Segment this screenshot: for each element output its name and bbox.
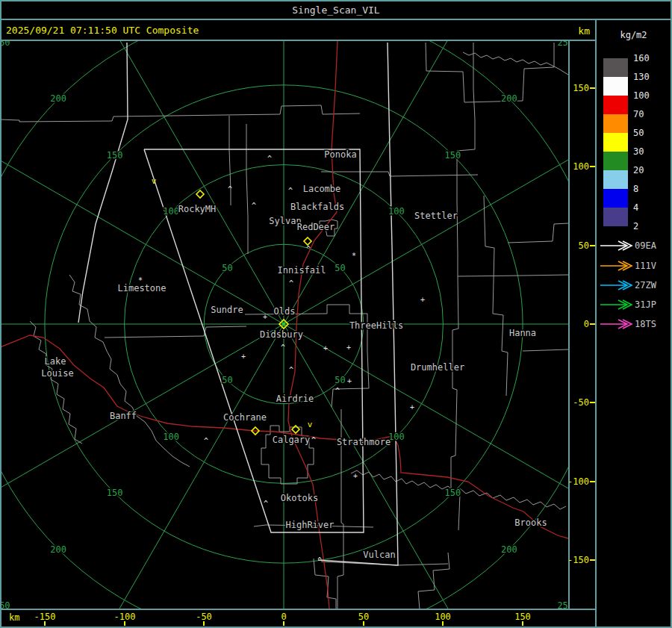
right-axis-tick: [590, 559, 595, 561]
place-label: HighRiver: [285, 520, 334, 530]
map-bottom-border: [0, 609, 597, 610]
ring-distance-label: 250: [1, 600, 10, 609]
radar-app-window: Single_Scan_VIL 2025/09/21 07:11:50 UTC …: [0, 0, 672, 628]
place-label: Innisfail: [277, 265, 326, 276]
place-label: Calgary: [273, 435, 311, 445]
colorbar-swatch: [603, 152, 628, 170]
right-axis-tick: [590, 245, 595, 246]
place-label: Didsbury: [260, 329, 303, 340]
titlebar-divider: [0, 19, 672, 20]
azimuth-spoke: [284, 41, 508, 324]
bottom-axis-tick: [522, 621, 523, 626]
place-label: Vulcan: [363, 550, 395, 560]
town-marker: ^: [204, 437, 208, 445]
county-boundary: [523, 349, 568, 351]
place-label: Limestone: [117, 283, 166, 293]
ring-distance-label: 200: [501, 93, 517, 104]
colorbar-value-label: 2: [633, 222, 669, 231]
bottom-axis-tick: [124, 621, 125, 626]
right-axis-tick: [590, 166, 595, 167]
ring-distance-label: 200: [50, 93, 66, 104]
colorbar-value-label: 100: [633, 91, 669, 100]
place-label: Strathmore: [337, 437, 391, 447]
town-marker: +: [420, 296, 425, 304]
scan-area-outline: [78, 43, 128, 323]
town-marker: ^: [317, 556, 322, 565]
azimuth-spoke: [60, 41, 284, 324]
place-label: Banff: [110, 411, 137, 421]
storm-track-arrow: [599, 279, 633, 291]
town-marker: ^: [267, 155, 272, 163]
place-label: RedDeer: [297, 222, 335, 232]
right-axis-tick: [590, 481, 595, 482]
town-marker: +: [323, 344, 328, 352]
county-boundary: [458, 275, 568, 276]
storm-track-arrow: [599, 240, 633, 252]
town-marker: ^: [264, 500, 268, 508]
ring-distance-label: 150: [107, 488, 123, 498]
bottom-axis-tick-label: 150: [500, 612, 545, 621]
bottom-axis-tick-label: -150: [22, 612, 67, 621]
bottom-axis-tick-label: 0: [261, 612, 306, 621]
ring-distance-label: 50: [335, 375, 345, 385]
place-label: RockyMH: [178, 204, 217, 214]
place-label: Okotoks: [281, 493, 319, 503]
ring-distance-label: 150: [107, 150, 123, 161]
bottom-axis-tick-label: -50: [181, 612, 226, 621]
county-boundary: [19, 105, 360, 122]
colorbar-value-label: 8: [633, 184, 669, 193]
place-label: Airdrie: [276, 394, 314, 404]
county-boundary: [426, 43, 554, 102]
colorbar-swatch: [603, 170, 628, 189]
ring-distance-label: 150: [444, 150, 461, 161]
radar-map-display[interactable]: 5050505010010010010015015015015020020020…: [1, 41, 568, 609]
ring-distance-label: 100: [163, 432, 179, 442]
place-label: Ponoka: [324, 149, 356, 160]
ring-distance-label: 200: [501, 544, 517, 555]
window-title: Single_Scan_VIL: [0, 4, 672, 16]
ring-distance-label: 100: [388, 206, 405, 217]
town-marker: ^: [335, 387, 340, 395]
ring-distance-label: 250: [1, 41, 10, 48]
town-marker: ^: [289, 366, 293, 374]
place-label: Louise: [41, 368, 73, 379]
county-boundary: [30, 321, 82, 444]
place-label: Sundre: [211, 305, 243, 315]
bottom-axis-unit-label: km: [9, 612, 19, 623]
colorbar-value-label: 4: [633, 203, 669, 212]
frame-top-border: [0, 0, 672, 1]
town-marker: ^: [281, 343, 285, 352]
scan-area-outline: [318, 43, 398, 565]
county-boundary: [105, 326, 246, 338]
bottom-axis-tick-label: 100: [420, 612, 465, 621]
bottom-axis-tick-label: 50: [341, 612, 386, 621]
county-boundary: [463, 52, 568, 75]
colorbar-swatch: [603, 208, 628, 226]
colorbar-value-label: 50: [633, 128, 669, 137]
county-boundary: [418, 553, 449, 609]
colorbar-value-label: 130: [633, 72, 669, 81]
ring-distance-label: 250: [557, 600, 568, 609]
legend-panel-border: [595, 19, 597, 628]
storm-track-id-label: 27ZW: [635, 280, 671, 290]
ring-distance-label: 250: [557, 41, 568, 48]
colorbar-swatch: [603, 77, 628, 96]
county-boundary: [484, 196, 508, 396]
place-label: Drumheller: [411, 362, 464, 373]
right-axis-tick: [590, 87, 595, 89]
bottom-axis-tick: [442, 621, 444, 626]
colorbar-value-label: 160: [633, 54, 669, 63]
place-label: ThreeHills: [349, 320, 403, 331]
place-label: Cochrane: [223, 412, 267, 423]
right-axis-unit-label: km: [553, 25, 590, 37]
colorbar-swatch: [603, 133, 628, 152]
county-boundary: [508, 223, 568, 243]
town-marker: ^: [311, 436, 316, 444]
storm-motion-chevron: v: [308, 420, 313, 429]
azimuth-spoke: [284, 324, 508, 609]
storm-motion-chevron: v: [152, 176, 157, 186]
storm-cell-diamond: [196, 190, 204, 198]
place-label: Brooks: [514, 517, 547, 528]
town-marker: +: [346, 343, 351, 352]
storm-track-arrow: [599, 299, 633, 311]
